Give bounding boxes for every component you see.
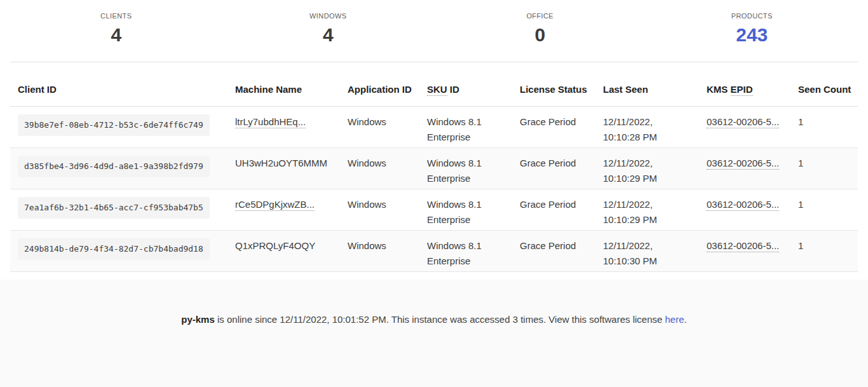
- table-row: d385fbe4-3d96-4d9d-a8e1-9a398b2fd979 UH3…: [10, 148, 858, 189]
- sku-abbr[interactable]: SKU: [427, 84, 447, 96]
- kms-epid-value[interactable]: 03612-00206-5...: [707, 199, 779, 211]
- sku-id-cell: Windows 8.1 Enterprise: [427, 107, 520, 148]
- stat-value-windows: 4: [222, 24, 435, 46]
- table-header-row: Client ID Machine Name Application ID SK…: [10, 62, 858, 107]
- table-row: 249b814b-de79-4f34-82d7-cb7b4bad9d18 Q1x…: [10, 231, 858, 272]
- col-machine-name: Machine Name: [235, 62, 348, 107]
- last-seen-date: 12/11/2022,: [603, 238, 699, 254]
- stat-value-office: 0: [434, 24, 646, 46]
- last-seen-time: 10:10:28 PM: [603, 130, 699, 145]
- machine-name[interactable]: ltrLy7ubdhHEq...: [235, 116, 306, 128]
- col-seen-count: Seen Count: [798, 62, 858, 107]
- license-status-cell: Grace Period: [520, 107, 603, 148]
- kms-epid-value[interactable]: 03612-00206-5...: [707, 158, 779, 170]
- application-id-cell: Windows: [348, 231, 427, 272]
- col-kms-epid: KMS EPID: [707, 62, 798, 107]
- last-seen-time: 10:10:29 PM: [603, 171, 699, 186]
- col-sku-id: SKU ID: [427, 62, 520, 107]
- client-id-chip: d385fbe4-3d96-4d9d-a8e1-9a398b2fd979: [18, 156, 210, 177]
- machine-name-cell: UH3wH2uOYT6MMM: [235, 148, 348, 189]
- stat-label: WINDOWS: [222, 9, 435, 20]
- machine-name: UH3wH2uOYT6MMM: [235, 158, 327, 168]
- machine-name-cell: Q1xPRQLyF4OQY: [235, 231, 348, 272]
- kms-epid-cell: 03612-00206-5...: [707, 148, 798, 189]
- footer-period: .: [684, 314, 687, 325]
- col-client-id: Client ID: [10, 62, 235, 107]
- clients-table: Client ID Machine Name Application ID SK…: [10, 62, 858, 272]
- kms-prefix: KMS: [707, 84, 731, 95]
- seen-count-cell: 1: [798, 189, 858, 231]
- kms-epid-value[interactable]: 03612-00206-5...: [707, 116, 779, 128]
- col-license-status: License Status: [520, 62, 603, 107]
- application-id-cell: Windows: [348, 148, 427, 189]
- last-seen-time: 10:10:30 PM: [603, 254, 699, 269]
- footer: py-kms is online since 12/11/2022, 10:01…: [0, 280, 868, 387]
- client-id-cell: d385fbe4-3d96-4d9d-a8e1-9a398b2fd979: [10, 148, 235, 189]
- stat-value-clients: 4: [10, 24, 222, 46]
- kms-epid-cell: 03612-00206-5...: [707, 231, 798, 272]
- kms-epid-cell: 03612-00206-5...: [707, 107, 798, 148]
- stat-products: PRODUCTS 243: [646, 9, 858, 62]
- client-id-cell: 7ea1af6b-32b1-4b65-acc7-cf953bab47b5: [10, 189, 235, 231]
- machine-name-cell: ltrLy7ubdhHEq...: [235, 107, 348, 148]
- sku-rest: ID: [447, 84, 459, 95]
- last-seen-cell: 12/11/2022,10:10:29 PM: [603, 189, 707, 231]
- stat-office: OFFICE 0: [434, 9, 646, 62]
- application-id-cell: Windows: [348, 107, 427, 148]
- sku-id-cell: Windows 8.1 Enterprise: [427, 231, 520, 272]
- kms-epid-value[interactable]: 03612-00206-5...: [707, 240, 779, 252]
- application-id-cell: Windows: [348, 189, 427, 231]
- stat-clients: CLIENTS 4: [10, 9, 222, 62]
- stats-section: CLIENTS 4 WINDOWS 4 OFFICE 0 PRODUCTS 24…: [0, 0, 868, 62]
- stat-label: OFFICE: [434, 9, 646, 20]
- app-name: py-kms: [181, 314, 215, 325]
- epid-abbr[interactable]: EPID: [731, 84, 753, 96]
- client-id-chip: 39b8e7ef-08eb-4712-b53c-6de74ff6c749: [18, 114, 210, 136]
- client-id-cell: 39b8e7ef-08eb-4712-b53c-6de74ff6c749: [10, 107, 235, 148]
- last-seen-cell: 12/11/2022,10:10:28 PM: [603, 107, 707, 148]
- last-seen-cell: 12/11/2022,10:10:30 PM: [603, 231, 707, 272]
- table-row: 39b8e7ef-08eb-4712-b53c-6de74ff6c749 ltr…: [10, 107, 858, 148]
- stat-value-products-link[interactable]: 243: [646, 24, 858, 46]
- stat-label: PRODUCTS: [646, 9, 858, 20]
- last-seen-date: 12/11/2022,: [603, 197, 699, 212]
- col-application-id: Application ID: [348, 62, 427, 107]
- last-seen-time: 10:10:29 PM: [603, 212, 699, 227]
- client-id-cell: 249b814b-de79-4f34-82d7-cb7b4bad9d18: [10, 231, 235, 272]
- last-seen-date: 12/11/2022,: [603, 156, 699, 171]
- last-seen-cell: 12/11/2022,10:10:29 PM: [603, 148, 707, 189]
- stat-label: CLIENTS: [10, 9, 222, 20]
- last-seen-date: 12/11/2022,: [603, 114, 699, 130]
- machine-name: Q1xPRQLyF4OQY: [235, 240, 315, 251]
- client-id-chip: 7ea1af6b-32b1-4b65-acc7-cf953bab47b5: [18, 197, 210, 219]
- license-link[interactable]: here: [665, 314, 684, 325]
- table-row: 7ea1af6b-32b1-4b65-acc7-cf953bab47b5 rCe…: [10, 189, 858, 231]
- seen-count-cell: 1: [798, 148, 858, 189]
- kms-epid-cell: 03612-00206-5...: [707, 189, 798, 231]
- seen-count-cell: 1: [798, 107, 858, 148]
- stat-windows: WINDOWS 4: [222, 9, 435, 62]
- col-last-seen: Last Seen: [603, 62, 707, 107]
- machine-name[interactable]: rCe5DPgKjxwZB...: [235, 199, 315, 211]
- seen-count-cell: 1: [798, 231, 858, 272]
- content-footer-gap: [0, 272, 868, 280]
- sku-id-cell: Windows 8.1 Enterprise: [427, 148, 520, 189]
- client-id-chip: 249b814b-de79-4f34-82d7-cb7b4bad9d18: [18, 238, 210, 260]
- license-status-cell: Grace Period: [520, 231, 603, 272]
- license-status-cell: Grace Period: [520, 148, 603, 189]
- sku-id-cell: Windows 8.1 Enterprise: [427, 189, 520, 231]
- footer-status-text: is online since 12/11/2022, 10:01:52 PM.…: [215, 314, 665, 325]
- license-status-cell: Grace Period: [520, 189, 603, 231]
- machine-name-cell: rCe5DPgKjxwZB...: [235, 189, 348, 231]
